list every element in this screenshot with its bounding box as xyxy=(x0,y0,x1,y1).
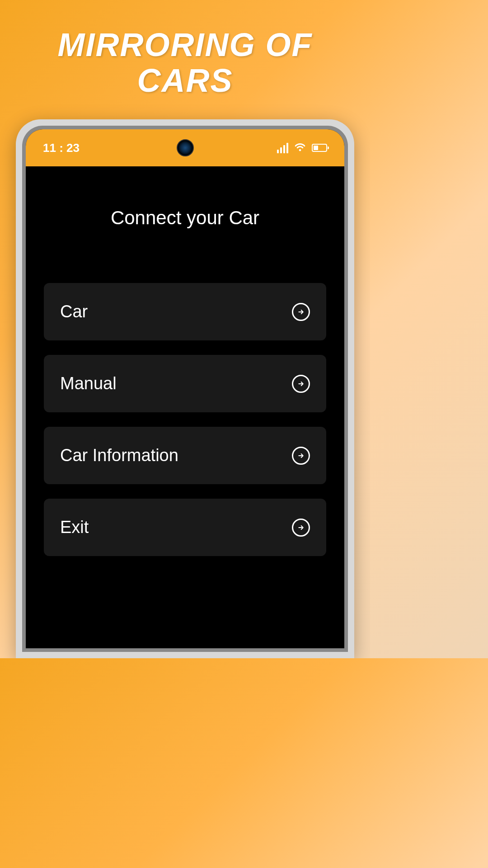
menu-list: Car Manual xyxy=(44,283,326,556)
battery-icon xyxy=(312,144,327,152)
menu-item-manual[interactable]: Manual xyxy=(44,355,326,412)
status-bar: 11 : 23 xyxy=(26,129,344,166)
status-icons xyxy=(277,141,327,155)
phone-frame: 11 : 23 xyxy=(16,119,354,658)
arrow-right-circle-icon xyxy=(292,447,310,465)
page-title: Connect your Car xyxy=(44,207,326,229)
arrow-right-circle-icon xyxy=(292,375,310,393)
menu-label: Car xyxy=(60,302,88,321)
menu-label: Car Information xyxy=(60,446,178,465)
menu-label: Manual xyxy=(60,374,117,393)
menu-item-car-information[interactable]: Car Information xyxy=(44,427,326,484)
phone-screen: 11 : 23 xyxy=(26,129,344,648)
arrow-right-circle-icon xyxy=(292,303,310,321)
signal-icon xyxy=(277,143,288,153)
menu-label: Exit xyxy=(60,518,89,537)
app-content: Connect your Car Car Manual xyxy=(26,166,344,574)
camera-notch xyxy=(177,139,194,156)
promo-title: MIRRORING OF CARS xyxy=(0,0,370,112)
status-time: 11 : 23 xyxy=(43,141,80,155)
menu-item-exit[interactable]: Exit xyxy=(44,499,326,556)
phone-inner: 11 : 23 xyxy=(22,126,348,652)
arrow-right-circle-icon xyxy=(292,519,310,537)
wifi-icon xyxy=(294,141,306,155)
menu-item-car[interactable]: Car xyxy=(44,283,326,340)
